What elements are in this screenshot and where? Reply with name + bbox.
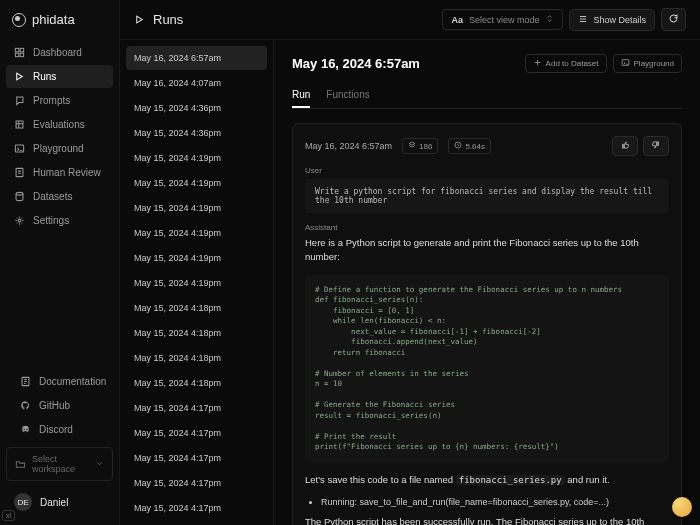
floating-avatar[interactable] — [672, 497, 692, 517]
nav-label: Runs — [33, 71, 56, 82]
datasets-icon — [14, 191, 25, 202]
thumbs-up-button[interactable] — [612, 136, 638, 156]
run-item[interactable]: May 16, 2024 4:07am — [126, 71, 267, 95]
nav-label: Settings — [33, 215, 69, 226]
run-item[interactable]: May 15, 2024 4:36pm — [126, 121, 267, 145]
nav-item-discord[interactable]: Discord — [12, 418, 107, 441]
run-item[interactable]: May 15, 2024 4:17pm — [126, 471, 267, 495]
run-item[interactable]: May 15, 2024 4:19pm — [126, 171, 267, 195]
thumbs-down-button[interactable] — [643, 136, 669, 156]
run-item[interactable]: May 15, 2024 4:19pm — [126, 196, 267, 220]
nav-label: Playground — [33, 143, 84, 154]
svg-point-10 — [26, 429, 27, 430]
nav-item-github[interactable]: GitHub — [12, 394, 107, 417]
run-item[interactable]: May 15, 2024 4:17pm — [126, 521, 267, 525]
card-timestamp: May 16, 2024 6:57am — [305, 141, 392, 151]
tokens-chip: 186 — [402, 138, 438, 154]
run-item[interactable]: May 15, 2024 4:17pm — [126, 421, 267, 445]
run-item[interactable]: May 15, 2024 4:18pm — [126, 371, 267, 395]
svg-rect-5 — [16, 168, 23, 176]
workspace-selector[interactable]: Select workspace — [6, 447, 113, 481]
user-avatar: DE — [14, 493, 32, 511]
svg-rect-0 — [15, 48, 18, 51]
refresh-icon — [668, 13, 679, 26]
sidebar: phidata DashboardRunsPromptsEvaluationsP… — [0, 0, 120, 525]
nav-label: Discord — [39, 424, 73, 435]
logo-icon — [12, 13, 26, 27]
run-item[interactable]: May 15, 2024 4:18pm — [126, 321, 267, 345]
run-item[interactable]: May 15, 2024 4:19pm — [126, 221, 267, 245]
nav-label: Human Review — [33, 167, 101, 178]
runs-list: May 16, 2024 6:57amMay 16, 2024 4:07amMa… — [120, 40, 274, 525]
nav-main: DashboardRunsPromptsEvaluationsPlaygroun… — [0, 41, 119, 232]
nav-item-playground[interactable]: Playground — [6, 137, 113, 160]
page-title: Runs — [153, 12, 183, 27]
docs-icon — [20, 376, 31, 387]
svg-rect-1 — [20, 48, 23, 51]
run-item[interactable]: May 15, 2024 4:19pm — [126, 146, 267, 170]
show-details-button[interactable]: Show Details — [569, 9, 655, 31]
run-item[interactable]: May 15, 2024 4:17pm — [126, 396, 267, 420]
svg-point-9 — [23, 429, 24, 430]
add-to-dataset-button[interactable]: Add to Dataset — [525, 54, 607, 73]
run-item[interactable]: May 16, 2024 6:57am — [126, 46, 267, 70]
run-item[interactable]: May 15, 2024 4:18pm — [126, 296, 267, 320]
topbar: Runs Aa Select view mode Show Details — [120, 0, 700, 40]
runs-icon — [134, 14, 145, 25]
nav-label: Dashboard — [33, 47, 82, 58]
tokens-value: 186 — [419, 142, 432, 151]
view-mode-select[interactable]: Aa Select view mode — [442, 9, 563, 30]
playground-button[interactable]: Playground — [613, 54, 682, 73]
duration-chip: 5.64s — [448, 138, 491, 154]
settings-icon — [14, 215, 25, 226]
layers-icon — [408, 141, 416, 151]
svg-rect-4 — [15, 145, 23, 152]
chevron-updown-icon — [545, 14, 554, 25]
svg-rect-3 — [20, 53, 23, 56]
workspace-placeholder: Select workspace — [32, 454, 89, 474]
dashboard-icon — [14, 47, 25, 58]
runs-icon — [14, 71, 25, 82]
brand-logo[interactable]: phidata — [0, 8, 119, 41]
refresh-button[interactable] — [661, 8, 686, 31]
plus-icon — [533, 58, 542, 69]
nav-label: Datasets — [33, 191, 72, 202]
nav-item-evaluations[interactable]: Evaluations — [6, 113, 113, 136]
brand-name: phidata — [32, 12, 75, 27]
nav-item-prompts[interactable]: Prompts — [6, 89, 113, 112]
run-item[interactable]: May 15, 2024 4:17pm — [126, 446, 267, 470]
tool-run-list: Running: save_to_file_and_run(file_name=… — [305, 497, 669, 507]
run-item[interactable]: May 15, 2024 4:17pm — [126, 496, 267, 520]
nav-item-dashboard[interactable]: Dashboard — [6, 41, 113, 64]
svg-rect-11 — [622, 60, 629, 66]
nav-item-settings[interactable]: Settings — [6, 209, 113, 232]
tab-functions[interactable]: Functions — [326, 83, 369, 108]
playground-icon — [14, 143, 25, 154]
chevron-down-icon — [95, 459, 104, 470]
detail-title: May 16, 2024 6:57am — [292, 56, 420, 71]
add-to-dataset-label: Add to Dataset — [546, 59, 599, 68]
nav-item-documentation[interactable]: Documentation — [12, 370, 107, 393]
assistant-intro: Here is a Python script to generate and … — [305, 236, 669, 265]
run-item[interactable]: May 15, 2024 4:19pm — [126, 246, 267, 270]
nav-item-human-review[interactable]: Human Review — [6, 161, 113, 184]
run-item[interactable]: May 15, 2024 4:36pm — [126, 96, 267, 120]
review-icon — [14, 167, 25, 178]
run-item[interactable]: May 15, 2024 4:19pm — [126, 271, 267, 295]
evals-icon — [14, 119, 25, 130]
code-block: # Define a function to generate the Fibo… — [305, 275, 669, 463]
duration-value: 5.64s — [465, 142, 485, 151]
nav-label: Documentation — [39, 376, 106, 387]
prompts-icon — [14, 95, 25, 106]
run-item[interactable]: May 15, 2024 4:18pm — [126, 346, 267, 370]
breakpoint-tag: xl — [2, 510, 15, 521]
tab-run[interactable]: Run — [292, 83, 310, 108]
user-message: Write a python script for fibonacci seri… — [305, 179, 669, 213]
list-icon — [578, 14, 588, 26]
view-mode-placeholder: Select view mode — [469, 15, 540, 25]
nav-item-datasets[interactable]: Datasets — [6, 185, 113, 208]
nav-item-runs[interactable]: Runs — [6, 65, 113, 88]
user-menu[interactable]: DE Daniel — [6, 487, 113, 517]
user-label: User — [305, 166, 669, 175]
terminal-icon — [621, 58, 630, 69]
